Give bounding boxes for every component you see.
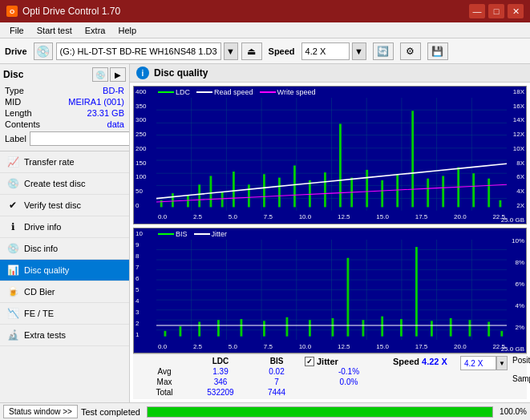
- sidebar-item-label-disc-info: Disc info: [24, 244, 58, 253]
- sidebar-item-cd-bier[interactable]: 🍺 CD Bier: [0, 281, 129, 303]
- samples-row: Samples 379958: [512, 374, 530, 383]
- settings-button[interactable]: ⚙: [400, 42, 421, 60]
- stats-right: 4.2 X ▼ Position 23862 MB Samples 379958: [460, 356, 530, 398]
- stats-speed-dropdown-arrow[interactable]: ▼: [496, 356, 508, 370]
- svg-rect-36: [427, 179, 429, 208]
- menu-bar: File Start test Extra Help: [0, 22, 530, 38]
- stats-avg-label: Avg: [136, 366, 192, 377]
- refresh-button[interactable]: 🔄: [373, 42, 394, 60]
- svg-rect-78: [500, 331, 503, 337]
- create-test-disc-icon: 💿: [6, 177, 19, 190]
- extra-tests-icon: 🔬: [6, 329, 19, 341]
- stats-max-bis: 7: [249, 377, 305, 387]
- svg-rect-21: [210, 176, 212, 207]
- menu-extra[interactable]: Extra: [79, 25, 112, 36]
- eject-button[interactable]: ⏏: [241, 42, 262, 60]
- sidebar-item-label-drive-info: Drive info: [24, 222, 61, 232]
- close-button[interactable]: ✕: [508, 4, 524, 18]
- status-window-button[interactable]: Status window >>: [3, 405, 78, 418]
- legend-jitter-color: [194, 233, 210, 235]
- svg-rect-35: [411, 111, 414, 207]
- menu-start-test[interactable]: Start test: [30, 25, 79, 36]
- speed-dropdown-arrow[interactable]: ▼: [352, 42, 366, 60]
- disc-quality-header: i Disc quality: [130, 64, 530, 83]
- svg-rect-19: [187, 195, 189, 207]
- position-label: Position: [512, 356, 530, 374]
- svg-rect-74: [431, 321, 433, 336]
- disc-quality-title: Disc quality: [154, 67, 208, 79]
- legend-ldc-color: [158, 91, 174, 93]
- sidebar-item-disc-info[interactable]: 💿 Disc info: [0, 238, 129, 260]
- sidebar-nav: 📈 Transfer rate 💿 Create test disc ✔ Ver…: [0, 151, 129, 346]
- menu-file[interactable]: File: [3, 25, 30, 36]
- disc-icon-btn-1[interactable]: 💿: [92, 67, 108, 82]
- jitter-checkbox[interactable]: [305, 357, 314, 366]
- progress-text: 100.0%: [500, 407, 527, 416]
- sidebar-item-disc-quality[interactable]: 📊 Disc quality: [0, 260, 129, 281]
- drive-dropdown-arrow[interactable]: ▼: [224, 42, 238, 60]
- speed-label: Speed: [269, 46, 295, 56]
- disc-type-value: BD-R: [103, 86, 124, 95]
- svg-rect-64: [241, 319, 243, 337]
- stats-header: LDC BIS Jitter Speed 4.22 X: [136, 356, 457, 366]
- svg-rect-62: [198, 321, 200, 336]
- stats-max-row: Max 346 7 0.0%: [136, 377, 457, 387]
- legend-write-speed-color: [260, 91, 276, 93]
- maximize-button[interactable]: □: [488, 4, 504, 18]
- speed-header-section: Speed 4.22 X: [393, 356, 457, 366]
- svg-rect-61: [180, 326, 182, 337]
- svg-rect-63: [217, 320, 220, 336]
- disc-length-label: Length: [5, 108, 32, 118]
- title-bar: O Opti Drive Control 1.70 — □ ✕: [0, 0, 530, 22]
- ldc-chart-plot: [156, 98, 507, 211]
- stats-speed-dropdown[interactable]: 4.2 X: [460, 356, 496, 370]
- speed-header-value: 4.22 X: [422, 357, 447, 366]
- sidebar-item-label-create-test-disc: Create test disc: [24, 179, 85, 188]
- bis-chart: BIS Jitter 10 9 8 7 6 5 4 3: [133, 228, 527, 353]
- disc-contents-value: data: [107, 119, 124, 129]
- svg-rect-27: [293, 165, 296, 207]
- sidebar-item-create-test-disc[interactable]: 💿 Create test disc: [0, 173, 129, 195]
- progress-bar-container: [147, 406, 493, 418]
- svg-rect-66: [286, 317, 289, 337]
- disc-contents-row: Contents data: [3, 119, 126, 130]
- disc-length-value: 23.31 GB: [87, 108, 124, 118]
- sidebar-item-label-disc-quality: Disc quality: [24, 265, 69, 275]
- svg-rect-28: [309, 180, 311, 208]
- disc-label-row: Label 🔍: [3, 130, 126, 147]
- drive-dropdown[interactable]: (G:) HL-DT-ST BD-RE WH16NS48 1.D3: [56, 42, 221, 60]
- legend-ldc-label: LDC: [176, 88, 190, 96]
- disc-label-input[interactable]: [30, 131, 130, 146]
- svg-rect-41: [500, 200, 502, 208]
- speed-dropdown[interactable]: 4.2 X: [301, 42, 350, 60]
- svg-rect-68: [332, 318, 334, 337]
- progress-bar: [148, 407, 492, 417]
- stats-total-row: Total 532209 7444: [136, 387, 457, 398]
- drive-label: Drive: [5, 46, 27, 56]
- menu-help[interactable]: Help: [111, 25, 143, 36]
- svg-rect-34: [396, 174, 399, 207]
- legend-jitter-label: Jitter: [212, 230, 228, 238]
- bis-gb-label: 25.0 GB: [501, 345, 526, 353]
- cd-bier-icon: 🍺: [6, 285, 19, 298]
- bis-y-axis-right: 10% 8% 6% 4% 2%: [507, 228, 526, 340]
- sidebar-item-drive-info[interactable]: ℹ Drive info: [0, 216, 129, 238]
- jitter-check-label: Jitter: [317, 357, 338, 366]
- sidebar-item-extra-tests[interactable]: 🔬 Extra tests: [0, 325, 129, 346]
- svg-rect-20: [198, 184, 200, 207]
- disc-mid-value: MEIRA1 (001): [68, 97, 124, 107]
- sidebar-item-transfer-rate[interactable]: 📈 Transfer rate: [0, 151, 129, 173]
- minimize-button[interactable]: —: [469, 4, 485, 18]
- drive-icon: 💿: [34, 42, 53, 60]
- bis-chart-legend: BIS Jitter: [158, 230, 227, 238]
- sidebar-item-fe-te[interactable]: 📉 FE / TE: [0, 303, 129, 325]
- svg-rect-69: [347, 258, 350, 337]
- sidebar-item-verify-test-disc[interactable]: ✔ Verify test disc: [0, 195, 129, 216]
- drive-bar: Drive 💿 (G:) HL-DT-ST BD-RE WH16NS48 1.D…: [0, 38, 530, 64]
- legend-write-speed-label: Write speed: [277, 88, 316, 96]
- bis-chart-plot: [156, 240, 507, 340]
- disc-icon-btn-2[interactable]: ▶: [110, 67, 126, 82]
- legend-bis-color: [158, 233, 174, 235]
- disc-mid-row: MID MEIRA1 (001): [3, 96, 126, 107]
- save-button[interactable]: 💾: [427, 42, 448, 60]
